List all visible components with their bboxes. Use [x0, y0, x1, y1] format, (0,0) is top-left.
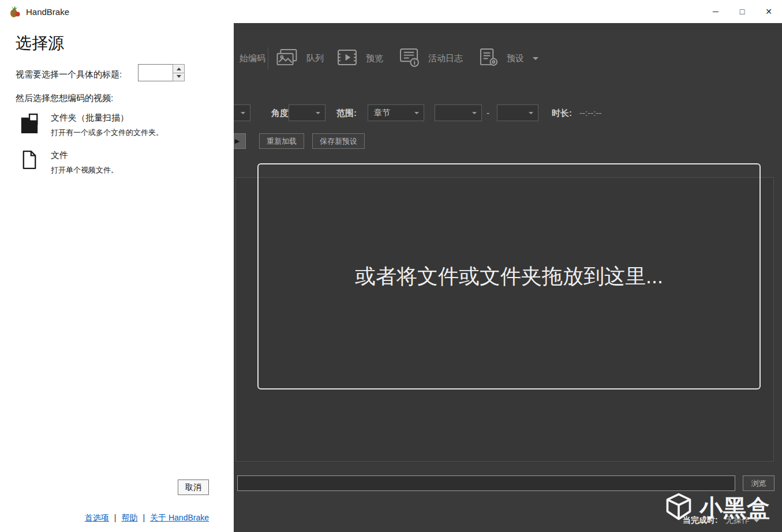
- range-label: 范围:: [336, 108, 357, 119]
- close-button[interactable]: ✕: [755, 0, 782, 23]
- start-encode-label: 始编码: [240, 53, 265, 64]
- activity-log-label: 活动日志: [428, 53, 463, 64]
- folder-icon: [18, 113, 40, 138]
- source-panel-subheading: 然后选择您想编码的视频:: [16, 93, 113, 104]
- window-title: HandBrake: [26, 7, 69, 17]
- titlebar: HandBrake ─ □ ✕: [0, 0, 782, 23]
- maximize-button[interactable]: □: [729, 0, 755, 23]
- handbrake-logo-icon: [8, 5, 21, 18]
- title-number-spinner: [138, 64, 185, 81]
- queue-button[interactable]: 队列: [276, 48, 324, 68]
- file-option-label: 文件: [51, 150, 118, 161]
- presets-dropdown-caret-icon: [533, 57, 538, 63]
- link-separator: |: [143, 513, 145, 523]
- duration-label: 时长:: [552, 108, 572, 119]
- open-folder-option[interactable]: 文件夹（批量扫描） 打开有一个或多个文件的文件夹。: [18, 113, 209, 138]
- queue-icon: [276, 48, 298, 68]
- output-path-input[interactable]: [237, 475, 735, 491]
- start-encode-button[interactable]: 始编码: [240, 48, 265, 68]
- source-panel-heading: 选择源: [16, 32, 64, 54]
- range-start-select[interactable]: [435, 104, 482, 121]
- folder-option-label: 文件夹（批量扫描）: [51, 113, 163, 123]
- spinner-down-button[interactable]: [173, 73, 185, 82]
- cancel-button[interactable]: 取消: [178, 479, 209, 495]
- when-done-label: 当完成时:: [683, 515, 718, 526]
- handbrake-window: HandBrake ─ □ ✕ 始编码 队列: [0, 0, 782, 532]
- drop-zone-text: 或者将文件或文件夹拖放到这里...: [355, 263, 663, 291]
- minimize-button[interactable]: ─: [702, 0, 729, 23]
- open-file-option[interactable]: 文件 打开单个视频文件。: [18, 150, 209, 175]
- duration-value: --:--:--: [579, 108, 601, 118]
- save-new-preset-button[interactable]: 保存新预设: [312, 133, 365, 149]
- title-number-label: 视需要选择一个具体的标题:: [16, 69, 122, 80]
- spinner-up-icon: [177, 65, 181, 70]
- range-mode-select[interactable]: 章节: [368, 104, 424, 121]
- preview-button[interactable]: 预览: [337, 48, 383, 68]
- file-icon: [18, 150, 40, 175]
- help-link[interactable]: 帮助: [121, 513, 137, 523]
- queue-label: 队列: [306, 53, 324, 64]
- window-controls: ─ □ ✕: [702, 0, 782, 23]
- source-selection-panel: 选择源 视需要选择一个具体的标题: 然后选择您想编码的视频: 文件夹（批量扫描）…: [0, 23, 234, 532]
- range-end-select[interactable]: [497, 104, 538, 121]
- browse-button[interactable]: 浏览: [743, 475, 774, 491]
- presets-label: 预设: [507, 53, 524, 64]
- range-separator: -: [487, 108, 489, 118]
- title-number-input[interactable]: [138, 64, 173, 81]
- when-done-caret-icon: [754, 519, 759, 525]
- presets-icon: [479, 48, 498, 69]
- spinner-down-icon: [177, 75, 181, 80]
- angle-label: 角度: [271, 108, 289, 119]
- angle-select[interactable]: [289, 104, 325, 121]
- file-drop-zone[interactable]: 或者将文件或文件夹拖放到这里...: [257, 163, 761, 389]
- preview-label: 预览: [366, 53, 383, 64]
- link-separator: |: [114, 513, 117, 523]
- when-done-select[interactable]: 无操作: [725, 515, 759, 526]
- when-done-value: 无操作: [725, 515, 750, 526]
- folder-option-description: 打开有一个或多个文件的文件夹。: [51, 128, 163, 138]
- file-option-description: 打开单个视频文件。: [51, 165, 118, 175]
- footer-links: 首选项 | 帮助 | 关于 HandBrake: [85, 513, 209, 523]
- activity-log-icon: [399, 48, 420, 69]
- about-link[interactable]: 关于 HandBrake: [150, 513, 209, 523]
- presets-button[interactable]: 预设: [479, 48, 538, 68]
- preview-icon: [337, 49, 357, 68]
- toolbar-separator: [268, 47, 268, 69]
- spinner-up-button[interactable]: [173, 64, 185, 73]
- activity-log-button[interactable]: 活动日志: [399, 48, 463, 68]
- preferences-link[interactable]: 首选项: [85, 513, 109, 523]
- reload-preset-button[interactable]: 重新加载: [259, 133, 304, 149]
